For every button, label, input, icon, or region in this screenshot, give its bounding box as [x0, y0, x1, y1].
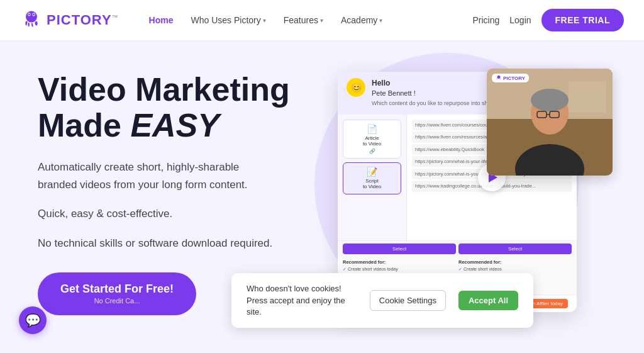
- cookie-message: Who doesn't love cookies! Press accept a…: [247, 283, 357, 318]
- logo-icon: [20, 9, 43, 31]
- chevron-down-icon: ▾: [320, 17, 323, 24]
- nav-right: Pricing Login FREE TRIAL: [472, 9, 624, 31]
- free-trial-button[interactable]: FREE TRIAL: [541, 9, 624, 31]
- check-icon: ✓: [458, 267, 462, 272]
- hero-desc-2: Quick, easy & cost-effective.: [38, 205, 302, 223]
- svg-point-2: [28, 14, 30, 15]
- option-script-to-video[interactable]: 📝 Scriptto Video: [343, 162, 401, 194]
- hero-desc-3: No technical skills or software download…: [38, 235, 302, 252]
- navbar: PICTORY™ Home Who Uses Pictory ▾ Feature…: [0, 0, 644, 40]
- svg-point-14: [497, 76, 501, 79]
- video-logo-icon: [496, 75, 502, 81]
- nav-features[interactable]: Features ▾: [276, 11, 331, 29]
- nav-who-uses[interactable]: Who Uses Pictory ▾: [183, 11, 273, 29]
- logo-text: PICTORY™: [47, 12, 119, 28]
- chevron-down-icon: ▾: [263, 17, 266, 24]
- select-btn-1[interactable]: Select: [343, 244, 456, 254]
- mockup-select-row: Select Select: [338, 240, 577, 257]
- rec-item: ✓Create short videos: [458, 267, 572, 272]
- person-illustration: [487, 69, 613, 176]
- video-overlay: PICTORY: [487, 69, 613, 176]
- nav-links: Home Who Uses Pictory ▾ Features ▾ Acade…: [142, 11, 473, 29]
- rec-item: ✓Create short videos today: [343, 267, 456, 272]
- check-icon: ✓: [343, 267, 347, 272]
- option-article-to-video[interactable]: 📄 Articleto Video 🔗: [343, 120, 401, 159]
- nav-academy[interactable]: Academy ▾: [333, 11, 390, 29]
- mockup-greeting: Hello Pete Bennett ! Which content do yo…: [372, 78, 503, 108]
- nav-pricing[interactable]: Pricing: [472, 15, 499, 25]
- mockup-sidebar: 📄 Articleto Video 🔗 📝 Scriptto Video: [338, 115, 407, 240]
- chat-icon: 💬: [25, 313, 41, 328]
- svg-rect-13: [569, 81, 606, 113]
- video-logo-badge: PICTORY: [492, 74, 529, 82]
- chevron-down-icon: ▾: [379, 17, 382, 24]
- svg-point-4: [33, 14, 35, 15]
- select-btn-2[interactable]: Select: [458, 244, 572, 254]
- mockup-avatar: 😊: [347, 78, 365, 97]
- cookie-banner: Who doesn't love cookies! Press accept a…: [231, 273, 533, 328]
- svg-point-9: [531, 89, 569, 111]
- get-started-button[interactable]: Get Started For Free! No Credit Ca...: [38, 272, 196, 316]
- article-icon: 📄: [348, 124, 396, 134]
- hero-desc-1: Automatically create short, highly-shara…: [38, 159, 252, 194]
- video-person: PICTORY: [487, 69, 613, 176]
- cookie-settings-button[interactable]: Cookie Settings: [370, 290, 446, 311]
- hero-title: Video Marketing Made EASY: [38, 72, 302, 143]
- chat-bubble[interactable]: 💬: [19, 306, 47, 334]
- logo[interactable]: PICTORY™: [20, 9, 119, 31]
- nav-login[interactable]: Login: [509, 15, 531, 25]
- nav-home[interactable]: Home: [142, 11, 181, 29]
- svg-point-0: [26, 11, 37, 23]
- cookie-accept-button[interactable]: Accept All: [458, 291, 518, 310]
- script-icon: 📝: [348, 167, 396, 177]
